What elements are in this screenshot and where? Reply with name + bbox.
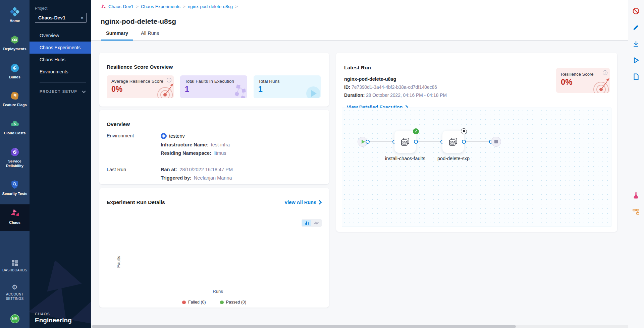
module-nav-item-home[interactable]: Home xyxy=(0,3,30,27)
stat-label: Average Resilience Score xyxy=(111,79,169,84)
brand-engineering-label: Engineering xyxy=(35,317,72,324)
last-run-label: Last Run xyxy=(107,167,161,184)
stat-value: 1 xyxy=(185,85,243,94)
last-run-row: Last Run Ran at: 28/10/2022 16:18:47 PM … xyxy=(107,167,322,184)
legend-item-passed[interactable]: Passed (0) xyxy=(220,300,246,305)
module-nav-label: Service Reliability xyxy=(1,159,29,169)
pulse-icon xyxy=(314,221,319,225)
infrastructure-label: Infrastructure Name: xyxy=(161,142,209,147)
edit-icon[interactable] xyxy=(632,24,640,31)
sidebar-item-chaos-experiments[interactable]: Chaos Experiments xyxy=(30,42,91,54)
environment-row: Environment testenv Infrastructure Name:… xyxy=(107,133,322,159)
page-title: nginx-pod-delete-u8sg xyxy=(101,17,176,25)
expand-nav-icon[interactable]: » xyxy=(78,15,86,20)
namespace-value: litmus xyxy=(214,150,226,156)
module-nav-item-service-reliability[interactable]: Service Reliability xyxy=(0,144,30,172)
bar-chart-toggle-button[interactable] xyxy=(302,220,311,226)
module-nav-item-builds[interactable]: Builds xyxy=(0,60,30,83)
project-nav-list: Overview Chaos Experiments Chaos Hubs En… xyxy=(30,29,91,78)
project-setup-toggle[interactable]: PROJECT SETUP xyxy=(30,89,91,93)
sidebar-item-label: Overview xyxy=(40,33,59,38)
stop-experiment-icon[interactable] xyxy=(632,7,640,15)
stat-row: i Average Resilience Score 0% Total Faul… xyxy=(107,75,322,98)
breadcrumb-experiment-link[interactable]: nginx-pod-delete-u8sg xyxy=(188,4,233,9)
infrastructure-value: test-infra xyxy=(211,142,230,147)
project-setup-label: PROJECT SETUP xyxy=(40,89,77,93)
project-name: Chaos-Dev1 xyxy=(35,15,78,20)
info-icon[interactable]: i xyxy=(603,70,607,75)
divider xyxy=(107,161,322,161)
dashboards-icon xyxy=(11,260,18,266)
avatar[interactable]: NM xyxy=(10,314,19,323)
ran-at-label: Ran at: xyxy=(161,167,177,172)
pipeline-canvas[interactable]: ✓ install-chaos-faults pod-delete-sxp xyxy=(342,108,611,227)
module-nav-item-deployments[interactable]: Deployments xyxy=(0,31,30,55)
tab-summary[interactable]: Summary xyxy=(101,30,133,41)
environment-name[interactable]: testenv xyxy=(169,133,185,139)
scrollbar-thumb[interactable] xyxy=(92,325,516,328)
stat-label: Total Runs xyxy=(258,79,316,84)
pipeline-connector xyxy=(363,141,496,142)
module-nav-item-cloud-costs[interactable]: $ Cloud Costs xyxy=(0,116,30,139)
kubernetes-icon xyxy=(161,133,167,139)
pipeline-step-label[interactable]: install-chaos-faults xyxy=(384,155,427,162)
stat-total-runs: Total Runs 1 xyxy=(254,75,321,98)
line-chart-toggle-button[interactable] xyxy=(312,220,321,226)
pipeline-node-install-chaos-faults[interactable] xyxy=(394,131,416,153)
pipeline-node-pod-delete[interactable] xyxy=(442,131,464,153)
connector-dot xyxy=(414,140,418,144)
cloud-costs-icon: $ xyxy=(10,119,20,129)
module-nav-item-dashboards[interactable]: DASHBOARDS xyxy=(0,256,30,276)
tab-all-runs[interactable]: All Runs xyxy=(136,30,164,41)
chaos-step-icon xyxy=(400,137,410,147)
sidebar-item-chaos-hubs[interactable]: Chaos Hubs xyxy=(30,54,91,66)
module-nav-item-account-settings[interactable]: ⚙ ACCOUNT SETTINGS xyxy=(0,280,30,305)
stopped-badge-icon xyxy=(461,128,467,134)
chaos-breadcrumb-icon xyxy=(100,4,106,9)
duration-value: 28 October 2022, 04:16 PM - 04:18 PM xyxy=(366,93,447,98)
triggered-by-value: Neelanjan Manna xyxy=(194,175,232,181)
legend-label: Passed (0) xyxy=(226,300,246,305)
success-check-icon: ✓ xyxy=(413,128,419,134)
manifest-file-icon[interactable] xyxy=(632,73,640,80)
pipeline-end-node[interactable] xyxy=(491,137,501,147)
stop-icon xyxy=(494,140,498,143)
namespace-label: Residing Namespace: xyxy=(161,150,211,156)
experiment-flask-icon[interactable] xyxy=(632,192,640,199)
connector-dot xyxy=(366,140,370,144)
run-experiment-icon[interactable] xyxy=(632,57,640,64)
sidebar-item-environments[interactable]: Environments xyxy=(30,66,91,78)
module-nav-item-chaos[interactable]: Chaos xyxy=(0,204,30,231)
pipeline-step-label[interactable]: pod-delete-sxp xyxy=(431,155,476,162)
legend-label: Failed (0) xyxy=(188,300,206,305)
connector-dot xyxy=(462,140,466,144)
breadcrumb-experiments-link[interactable]: Chaos Experiments xyxy=(141,4,180,9)
module-nav-item-feature-flags[interactable]: Feature Flags xyxy=(0,87,30,111)
run-id-label: ID: xyxy=(344,85,350,90)
project-selector[interactable]: Chaos-Dev1 » xyxy=(35,13,87,23)
module-nav-label: Security Tests xyxy=(2,192,27,196)
runs-chart: Faults Runs Failed (0) Passed (0) xyxy=(107,227,322,305)
overview-card: Overview Environment testenv Infrastruct… xyxy=(99,110,329,184)
deployments-icon xyxy=(10,35,20,45)
view-all-runs-link[interactable]: View All Runs xyxy=(284,200,322,205)
triggered-by-label: Triggered by: xyxy=(161,175,192,181)
breadcrumb: Chaos-Dev1 > Chaos Experiments > nginx-p… xyxy=(100,4,238,9)
run-id-value: 7e7390d1-3a44-4bf2-b38a-cd7df140ec86 xyxy=(352,85,437,90)
download-icon[interactable] xyxy=(632,40,640,48)
resilience-overview-card: Resilience Score Overview i Average Resi… xyxy=(99,53,329,107)
last-run-value: Ran at: 28/10/2022 16:18:47 PM Triggered… xyxy=(161,167,322,184)
pipeline-diagram-icon[interactable] xyxy=(632,208,640,215)
module-nav-label: ACCOUNT SETTINGS xyxy=(1,292,29,301)
info-icon[interactable]: i xyxy=(167,78,171,82)
breadcrumb-separator: > xyxy=(183,4,185,9)
module-nav-item-security-tests[interactable]: Security Tests xyxy=(0,176,30,200)
sidebar-item-overview[interactable]: Overview xyxy=(30,29,91,42)
legend-item-failed[interactable]: Failed (0) xyxy=(182,300,206,305)
latest-run-card: Latest Run nginx-pod-delete-u8sg ID: 7e7… xyxy=(336,53,617,232)
module-nav-label: Builds xyxy=(9,75,20,80)
chevron-down-icon xyxy=(82,89,86,93)
module-nav-label: Cloud Costs xyxy=(4,131,26,136)
main-area: Chaos-Dev1 > Chaos Experiments > nginx-p… xyxy=(91,0,628,328)
breadcrumb-project-link[interactable]: Chaos-Dev1 xyxy=(108,4,133,9)
